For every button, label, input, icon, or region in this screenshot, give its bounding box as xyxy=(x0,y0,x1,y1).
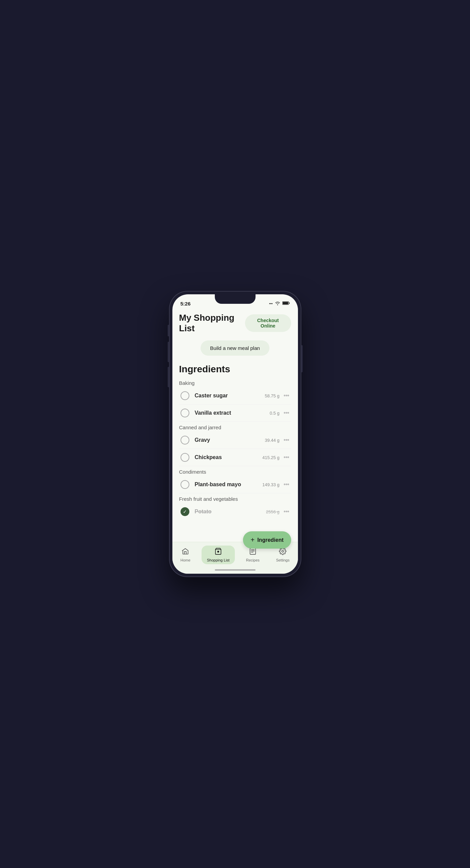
checkout-button[interactable]: Checkout Online xyxy=(245,314,291,332)
status-icons: ••• xyxy=(269,300,290,307)
ingredient-name: Plant-based mayo xyxy=(195,481,262,488)
build-meal-plan-button[interactable]: Build a new meal plan xyxy=(201,340,269,356)
settings-nav-label: Settings xyxy=(276,558,289,562)
category-label: Fresh fruit and vegetables xyxy=(179,496,291,502)
categories-container: BakingCaster sugar58.75 g•••Vanilla extr… xyxy=(179,380,291,520)
phone-notch xyxy=(215,294,256,304)
ingredient-amount: 149.33 g xyxy=(262,482,280,487)
nav-item-home[interactable]: Home xyxy=(175,546,196,564)
page-title: My Shopping List xyxy=(179,313,245,334)
ingredients-section-title: Ingredients xyxy=(179,364,291,375)
svg-rect-2 xyxy=(283,302,288,304)
ingredient-checkbox[interactable] xyxy=(181,480,189,489)
ingredient-row: Caster sugar58.75 g••• xyxy=(179,387,291,405)
signal-icon: ••• xyxy=(269,302,273,305)
status-time: 5:26 xyxy=(181,301,191,307)
more-options-icon[interactable]: ••• xyxy=(283,454,290,461)
more-options-icon[interactable]: ••• xyxy=(283,481,290,488)
category-label: Baking xyxy=(179,380,291,386)
add-ingredient-button[interactable]: + Ingredient xyxy=(243,531,291,549)
nav-item-shopping[interactable]: Shopping List xyxy=(202,546,235,564)
side-button-volume-up xyxy=(168,342,169,362)
recipes-nav-icon xyxy=(249,548,257,557)
more-options-icon[interactable]: ••• xyxy=(283,392,290,399)
category-label: Canned and jarred xyxy=(179,425,291,430)
wifi-icon xyxy=(275,300,280,307)
settings-nav-icon xyxy=(279,548,286,557)
shopping-nav-label: Shopping List xyxy=(207,558,230,562)
phone-screen: 5:26 ••• xyxy=(172,294,298,574)
ingredient-checkbox[interactable] xyxy=(181,453,189,462)
side-button-mute xyxy=(168,325,169,336)
svg-point-3 xyxy=(217,551,219,553)
main-content: My Shopping List Checkout Online Build a… xyxy=(172,309,298,542)
ingredient-checkbox[interactable] xyxy=(181,409,189,417)
add-ingredient-label: Ingredient xyxy=(257,537,283,543)
plus-icon: + xyxy=(250,536,255,544)
ingredient-name: Chickpeas xyxy=(195,454,262,460)
meal-plan-section: Build a new meal plan xyxy=(179,340,291,356)
ingredient-row: Plant-based mayo149.33 g••• xyxy=(179,476,291,493)
ingredient-amount: 58.75 g xyxy=(265,393,279,398)
more-options-icon[interactable]: ••• xyxy=(283,508,290,515)
home-indicator xyxy=(172,566,298,574)
side-button-power xyxy=(301,345,303,372)
ingredient-row: Vanilla extract0.5 g••• xyxy=(179,405,291,422)
shopping-nav-icon xyxy=(214,548,222,557)
phone-frame: 5:26 ••• xyxy=(169,291,301,577)
ingredient-amount: 0.5 g xyxy=(270,411,280,416)
page-header: My Shopping List Checkout Online xyxy=(179,309,291,334)
ingredient-amount: 2556 g xyxy=(266,509,280,514)
ingredient-name: Gravy xyxy=(195,437,265,443)
ingredient-checkbox[interactable] xyxy=(181,391,189,400)
ingredient-row: ✓Potato2556 g••• xyxy=(179,503,291,520)
ingredient-row: Gravy39.44 g••• xyxy=(179,432,291,449)
category-label: Condiments xyxy=(179,469,291,475)
svg-rect-1 xyxy=(289,302,289,304)
ingredient-amount: 415.25 g xyxy=(262,455,280,460)
battery-icon xyxy=(282,300,290,307)
checkmark-icon: ✓ xyxy=(183,509,187,514)
side-button-volume-down xyxy=(168,367,169,387)
more-options-icon[interactable]: ••• xyxy=(283,410,290,417)
ingredient-name: Vanilla extract xyxy=(195,410,270,416)
ingredient-amount: 39.44 g xyxy=(265,438,279,443)
ingredient-checkbox[interactable] xyxy=(181,436,189,445)
home-nav-label: Home xyxy=(181,558,190,562)
recipes-nav-label: Recipes xyxy=(246,558,260,562)
ingredient-name: Potato xyxy=(195,509,266,515)
ingredient-checkbox[interactable]: ✓ xyxy=(181,507,189,516)
home-nav-icon xyxy=(182,548,189,557)
ingredient-row: Chickpeas415.25 g••• xyxy=(179,449,291,466)
home-bar xyxy=(215,569,256,571)
more-options-icon[interactable]: ••• xyxy=(283,437,290,444)
svg-rect-4 xyxy=(250,548,256,554)
svg-point-5 xyxy=(282,550,284,552)
ingredient-name: Caster sugar xyxy=(195,393,265,399)
